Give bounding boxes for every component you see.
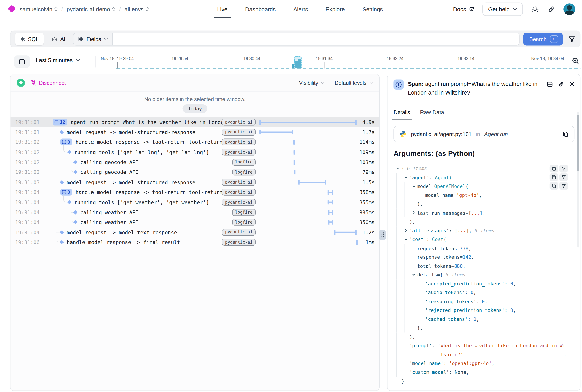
time-range-dropdown[interactable]: Last 5 minutes — [36, 57, 80, 63]
filter-funnel-icon[interactable] — [559, 182, 568, 190]
trace-row[interactable]: 19:31:06handle model response -> final r… — [11, 237, 379, 247]
breadcrumb: samuelcolvin/pydantic-ai-demo/all envs — [20, 0, 149, 18]
search-button[interactable]: Search ↵ — [523, 32, 563, 45]
breadcrumb-item[interactable]: pydantic-ai-demo — [67, 6, 115, 12]
trace-label: calling weather API — [80, 210, 232, 216]
sidebar-toggle-button[interactable] — [14, 55, 30, 68]
copy-icon[interactable] — [562, 131, 569, 137]
scope-tag[interactable]: pydantic-ai — [222, 129, 255, 135]
scope-tag[interactable]: pydantic-ai — [222, 199, 255, 206]
trace-row[interactable]: 19:31:02calling geocode APIlogfire79ms — [11, 167, 379, 177]
copy-icon[interactable] — [550, 173, 558, 181]
app-root: samuelcolvin/pydantic-ai-demo/all envs L… — [0, 0, 582, 392]
scope-tag[interactable]: pydantic-ai — [222, 139, 255, 146]
visibility-dropdown[interactable]: Visibility — [299, 80, 325, 86]
span-diamond-icon — [74, 221, 77, 224]
scope-tag[interactable]: logfire — [232, 209, 255, 216]
scrollbar-thumb[interactable] — [577, 115, 579, 171]
code-line: ), — [392, 218, 569, 226]
scope-tag[interactable]: pydantic-ai — [222, 189, 255, 196]
scope-tag[interactable]: pydantic-ai — [222, 119, 255, 126]
visibility-label: Visibility — [299, 80, 318, 86]
source-location-card[interactable]: pydantic_ai/agent.py:161 in Agent.run — [393, 126, 574, 142]
gantt-track — [259, 218, 358, 228]
tab-dashboards[interactable]: Dashboards — [245, 0, 276, 18]
trace-row[interactable]: 19:31:04calling weather APIlogfire350ms — [11, 218, 379, 228]
collapse-badge[interactable]: 3 — [60, 139, 72, 146]
detail-tab-details[interactable]: Details — [393, 109, 410, 120]
code-line: 'cost': Cost( — [392, 235, 569, 244]
trace-row[interactable]: 19:31:02running tools=['get_lat_lng', 'g… — [11, 147, 379, 157]
filter-funnel-icon[interactable] — [559, 164, 568, 172]
get-help-button[interactable]: Get help — [483, 2, 523, 16]
scope-tag[interactable]: pydantic-ai — [222, 239, 255, 246]
scope-tag[interactable]: pydantic-ai — [222, 179, 255, 186]
scope-tag[interactable]: logfire — [232, 169, 255, 176]
split-panel-icon[interactable] — [546, 81, 553, 88]
trace-row[interactable]: 19:31:01model request -> model-structure… — [11, 127, 379, 137]
collapse-chevron-icon[interactable] — [412, 182, 417, 191]
timeline-zoom-icon[interactable] — [571, 57, 580, 65]
code-line: 'agent': Agent( — [392, 173, 569, 182]
timeline[interactable]: Nov 18, 19:29:0419:29:5419:30:4419:31:34… — [95, 54, 580, 70]
scope-tag[interactable]: pydantic-ai — [222, 149, 255, 156]
trace-row[interactable]: 19:31:04calling weather APIlogfire335ms — [11, 207, 379, 218]
tab-explore[interactable]: Explore — [326, 0, 345, 18]
robot-icon — [51, 36, 58, 42]
expand-chevron-icon[interactable] — [404, 226, 410, 235]
close-icon[interactable] — [569, 81, 575, 86]
timeline-selection[interactable] — [294, 56, 302, 68]
docs-link[interactable]: Docs — [453, 6, 474, 12]
theme-toggle-sun-icon[interactable] — [531, 5, 539, 13]
trace-label: calling geocode API — [80, 159, 232, 165]
scope-tag[interactable]: logfire — [232, 219, 255, 226]
collapse-chevron-icon[interactable] — [396, 164, 401, 173]
user-avatar[interactable] — [563, 3, 575, 15]
ai-mode-toggle[interactable]: AI — [48, 33, 69, 45]
code-line: 'accepted_prediction_tokens': 0, — [392, 279, 569, 288]
tab-settings[interactable]: Settings — [362, 0, 383, 18]
trace-label: running tools=['get_lat_lng', 'get_lat_l… — [74, 149, 222, 155]
span-detail-header: Span: agent run prompt=What is the weath… — [393, 80, 575, 97]
default-levels-dropdown[interactable]: Default levels — [335, 80, 373, 86]
today-button[interactable]: Today — [183, 104, 207, 113]
scope-tag[interactable]: logfire — [232, 159, 255, 166]
copy-icon[interactable] — [550, 164, 558, 172]
copy-link-icon[interactable] — [558, 81, 564, 88]
collapse-badge[interactable]: 3 — [60, 189, 72, 196]
copy-icon[interactable] — [550, 182, 558, 190]
trace-row[interactable]: 19:31:0112agent run prompt=What is the w… — [11, 117, 379, 127]
gantt-bar — [294, 142, 295, 143]
filter-funnel-icon[interactable] — [559, 173, 568, 181]
trace-duration: 1.5s — [358, 179, 379, 185]
breadcrumb-item[interactable]: all envs — [125, 6, 149, 12]
trace-timestamp: 19:31:02 — [15, 169, 40, 175]
panel-resize-handle[interactable] — [379, 230, 386, 240]
expand-chevron-icon[interactable] — [412, 208, 417, 218]
trace-row[interactable]: 19:31:04running tools=['get_weather', 'g… — [11, 197, 379, 207]
trace-row[interactable]: 19:31:03model request -> model-structure… — [11, 177, 379, 187]
share-link-icon[interactable] — [547, 5, 555, 13]
search-input[interactable] — [113, 33, 519, 45]
detail-tab-raw-data[interactable]: Raw Data — [420, 109, 444, 120]
table-grid-icon — [78, 36, 84, 42]
sql-mode-toggle[interactable]: SQL — [15, 33, 44, 45]
breadcrumb-item[interactable]: samuelcolvin — [20, 6, 58, 12]
collapse-badge[interactable]: 12 — [53, 119, 67, 126]
scope-tag[interactable]: pydantic-ai — [222, 229, 255, 236]
filter-funnel-icon[interactable] — [568, 35, 576, 43]
logfire-logo-icon[interactable] — [8, 5, 16, 13]
disconnect-button[interactable]: Disconnect — [30, 80, 66, 86]
span-diamond-icon — [68, 201, 71, 204]
tab-alerts[interactable]: Alerts — [294, 0, 308, 18]
trace-duration: 103ms — [358, 159, 379, 165]
tab-live[interactable]: Live — [217, 0, 228, 18]
collapse-chevron-icon[interactable] — [404, 235, 410, 244]
collapse-chevron-icon[interactable] — [412, 270, 417, 280]
trace-timestamp: 19:31:01 — [15, 119, 40, 125]
trace-row[interactable]: 19:31:04model request -> model-text-resp… — [11, 227, 379, 237]
fields-button[interactable]: Fields — [73, 33, 113, 45]
source-file-path: pydantic_ai/agent.py:161 — [411, 131, 472, 137]
trace-row[interactable]: 19:31:02calling geocode APIlogfire103ms — [11, 157, 379, 167]
collapse-chevron-icon[interactable] — [404, 173, 410, 182]
